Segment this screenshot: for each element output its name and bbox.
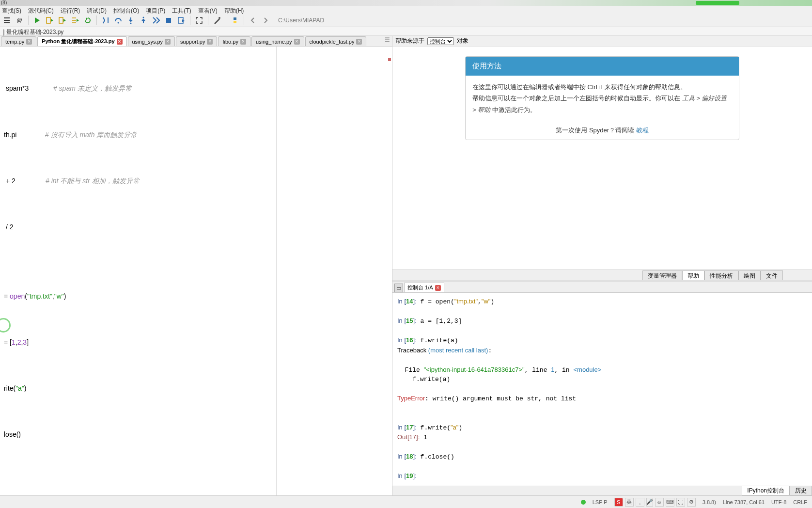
tab-cloudpickle[interactable]: cloudpickle_fast.py× [305, 36, 367, 46]
python-icon[interactable] [230, 16, 240, 25]
tab-variable-explorer[interactable]: 变量管理器 [642, 270, 682, 280]
console-tab-1[interactable]: 控制台 1/A × [404, 283, 444, 292]
title-progress [696, 1, 739, 5]
tab-main[interactable]: Python 量化编程基础-2023.py× [37, 36, 126, 46]
scroll-marker [388, 58, 391, 61]
tab-help[interactable]: 帮助 [682, 270, 704, 280]
cursor-position: Line 7387, Col 61 [723, 499, 765, 505]
ipython-console[interactable]: In [14]: f = open("tmp.txt","w") In [15]… [392, 293, 812, 486]
rerun-icon[interactable] [83, 16, 93, 25]
menu-view[interactable]: 查看(V) [198, 7, 218, 13]
svg-rect-5 [166, 18, 171, 23]
tab-temp[interactable]: temp.py× [1, 36, 36, 46]
run-cell-advance-icon[interactable] [58, 16, 67, 25]
code-editor[interactable]: spam*3 # spam 未定义，触发异常 th.pi # 没有导入 math… [0, 47, 392, 495]
svg-rect-0 [47, 17, 50, 23]
menu-debug[interactable]: 调试(D) [87, 7, 107, 13]
help-toolbar: 帮助来源于 控制台 对象 [392, 36, 812, 47]
help-card-footer: 第一次使用 Spyder？请阅读 教程 [466, 121, 739, 140]
close-icon[interactable]: × [435, 285, 441, 291]
step-over-icon[interactable] [113, 16, 123, 25]
debug-file-icon[interactable] [176, 16, 186, 25]
close-icon[interactable]: × [26, 39, 32, 45]
help-object-label: 对象 [457, 37, 468, 45]
tab-support[interactable]: support.py× [176, 36, 217, 46]
lsp-status-icon [581, 500, 586, 505]
help-source-select[interactable]: 控制台 [427, 37, 454, 45]
menu-help[interactable]: 帮助(H) [224, 7, 244, 13]
run-icon[interactable] [32, 16, 42, 25]
breadcrumb-text: ] 量化编程基础-2023.py [3, 29, 63, 35]
close-icon[interactable]: × [165, 39, 171, 45]
help-card-title: 使用方法 [466, 57, 739, 76]
svg-point-2 [118, 22, 119, 23]
tab-plots[interactable]: 绘图 [738, 270, 761, 280]
lsp-label: LSP P [593, 499, 608, 505]
svg-point-7 [219, 17, 220, 19]
tab-history[interactable]: 历史 [790, 486, 812, 495]
editor-tabs: temp.py× Python 量化编程基础-2023.py× using_sy… [0, 36, 392, 47]
maximize-icon[interactable] [194, 16, 204, 25]
python-version: 3.8.8) [703, 499, 716, 505]
help-source-label: 帮助来源于 [395, 37, 424, 45]
step-into-icon[interactable] [126, 16, 136, 25]
toolbar: @ C:\Users\MIAPAD [0, 14, 812, 27]
close-icon[interactable]: × [240, 39, 246, 45]
svg-point-4 [143, 16, 144, 18]
tab-files[interactable]: 文件 [761, 270, 783, 280]
help-card-body: 在这里你可以通过在编辑器或者终端中按 Ctrl+I 来获得任何对象的帮助信息。 … [466, 76, 739, 121]
help-card: 使用方法 在这里你可以通过在编辑器或者终端中按 Ctrl+I 来获得任何对象的帮… [465, 56, 739, 140]
menu-run[interactable]: 运行(R) [61, 7, 80, 13]
window-titlebar: (8) [0, 0, 812, 6]
settings-icon[interactable] [212, 16, 222, 25]
console-tabs: ▭ 控制台 1/A × [392, 282, 812, 293]
forward-icon[interactable] [261, 16, 270, 25]
title-version: (8) [1, 0, 7, 5]
console-options-icon[interactable]: ▭ [394, 284, 403, 292]
menu-project[interactable]: 项目(P) [146, 7, 165, 13]
debug-icon[interactable] [101, 16, 110, 25]
continue-icon[interactable] [151, 16, 161, 25]
stop-debug-icon[interactable] [164, 16, 173, 25]
encoding: UTF-8 [771, 499, 786, 505]
help-text-1: 在这里你可以通过在编辑器或者终端中按 Ctrl+I 来获得任何对象的帮助信息。 [472, 81, 732, 93]
close-icon[interactable]: × [207, 39, 213, 45]
svg-point-3 [130, 22, 132, 24]
close-icon[interactable]: × [294, 39, 300, 45]
step-out-icon[interactable] [139, 16, 148, 25]
close-icon[interactable]: × [356, 39, 362, 45]
breadcrumb: ] 量化编程基础-2023.py [0, 27, 812, 36]
ime-indicator[interactable]: S 英 , 🎤 ☺ ⌨ ⛶ ⚙ [614, 498, 696, 507]
menubar: 查找(S) 源代码(C) 运行(R) 调试(D) 控制台(O) 项目(P) 工具… [0, 6, 812, 14]
ime-lang: 英 [625, 498, 634, 507]
menu-console[interactable]: 控制台(O) [113, 7, 139, 13]
tab-profiler[interactable]: 性能分析 [704, 270, 738, 280]
back-icon[interactable] [248, 16, 258, 25]
tab-ipython[interactable]: IPython控制台 [742, 486, 790, 495]
tab-fibo[interactable]: fibo.py× [218, 36, 250, 46]
working-dir: C:\Users\MIAPAD [278, 17, 324, 24]
svg-rect-1 [59, 17, 63, 23]
help-pane: 使用方法 在这里你可以通过在编辑器或者终端中按 Ctrl+I 来获得任何对象的帮… [392, 47, 812, 270]
statusbar: LSP P S 英 , 🎤 ☺ ⌨ ⛶ ⚙ 3.8.8) Line 7387, … [0, 495, 812, 508]
tabs-menu-icon[interactable]: ☰ [385, 37, 390, 44]
editor-ruler [276, 47, 277, 495]
tutorial-link[interactable]: 教程 [636, 127, 649, 134]
help-text-2: 帮助信息可以在一个对象之后加上一个左圆括号的时候自动显示。你可以在 工具 > 偏… [472, 93, 732, 115]
menu-search[interactable]: 查找(S) [2, 7, 21, 13]
run-selection-icon[interactable] [70, 16, 80, 25]
close-icon[interactable]: × [117, 39, 123, 45]
run-cell-icon[interactable] [45, 16, 55, 25]
tab-using-sys[interactable]: using_sys.py× [128, 36, 175, 46]
menu-tools[interactable]: 工具(T) [172, 7, 191, 13]
line-ending: CRLF [793, 499, 807, 505]
tab-using-name[interactable]: using_name.py× [251, 36, 304, 46]
ime-icon: S [614, 498, 623, 507]
at-icon[interactable]: @ [15, 16, 24, 25]
editor-scrollbar[interactable] [385, 47, 391, 495]
ime-punct1: , [636, 498, 644, 507]
menu-source[interactable]: 源代码(C) [28, 7, 54, 13]
right-pane-tabs: 变量管理器 帮助 性能分析 绘图 文件 [392, 270, 812, 280]
console-bottom-tabs: IPython控制台 历史 [392, 486, 812, 495]
menu-icon[interactable] [2, 16, 12, 25]
